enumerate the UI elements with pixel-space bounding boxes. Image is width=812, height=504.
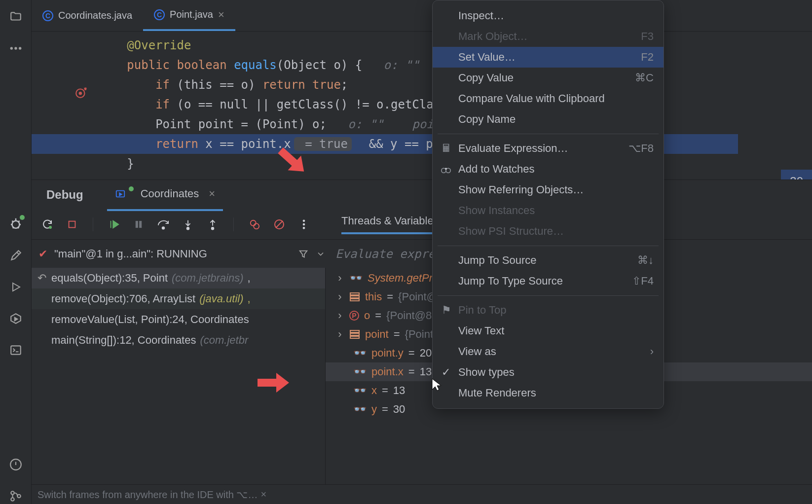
tab-coordinates[interactable]: C Coordinates.java [32, 0, 143, 31]
menu-jump-to-type-source[interactable]: Jump To Type Source⇧F4 [433, 271, 664, 291]
build-icon[interactable] [8, 248, 24, 263]
stack-frame[interactable]: removeValue(List, Point):24, Coordinates [32, 309, 325, 330]
status-text: Switch frames from anywhere in the IDE w… [37, 489, 258, 501]
stack-frame[interactable]: main(String[]):12, Coordinates (com.jetb… [32, 330, 325, 351]
debug-tool-icon[interactable] [8, 216, 24, 232]
menu-show-instances: Show Instances [433, 200, 664, 221]
menu-show-referring[interactable]: Show Referring Objects… [433, 180, 664, 200]
menu-evaluate-expression[interactable]: 🖩Evaluate Expression…⌥F8 [433, 138, 664, 159]
back-icon: ↶ [37, 272, 46, 285]
line-number-badge: 30 [781, 170, 812, 180]
chevron-right-icon: › [335, 290, 344, 303]
watch-icon: 👓 [353, 403, 367, 416]
svg-point-20 [254, 223, 259, 229]
stop-icon[interactable] [65, 217, 79, 231]
run-config-icon [115, 188, 126, 199]
debug-tab[interactable]: Debug [38, 185, 91, 205]
svg-rect-29 [350, 333, 359, 335]
mouse-cursor-icon [431, 378, 442, 392]
menu-mark-object: Mark Object…F3 [433, 26, 664, 47]
watch-icon: 👓 [353, 384, 367, 397]
stack-frame[interactable]: remove(Object):706, ArrayList (java.util… [32, 288, 325, 309]
code-annotation: @Override [127, 38, 191, 52]
check-icon: ✓ [442, 366, 450, 379]
more-actions-icon[interactable] [297, 217, 311, 231]
project-icon[interactable] [8, 9, 24, 25]
status-bar: Switch frames from anywhere in the IDE w… [32, 484, 812, 504]
step-out-icon[interactable] [206, 217, 220, 231]
run-tool-icon[interactable] [8, 279, 24, 295]
svg-rect-25 [350, 293, 359, 295]
tab-label: Point.java [170, 9, 213, 20]
stack-frame[interactable]: ↶ equals(Object):35, Point (com.jetbrain… [32, 268, 325, 288]
watch-icon: 👓 [353, 347, 367, 360]
inline-value: = true [294, 137, 352, 151]
filter-icon[interactable] [298, 249, 309, 259]
menu-view-text[interactable]: View Text [433, 321, 664, 341]
debug-tab-label: Debug [46, 188, 83, 202]
svg-rect-30 [350, 336, 359, 338]
more-icon[interactable] [8, 40, 24, 56]
svg-point-7 [11, 498, 14, 501]
close-icon[interactable]: × [209, 187, 215, 200]
class-icon: C [154, 9, 165, 20]
menu-mute-renderers[interactable]: Mute Renderers [433, 383, 664, 403]
close-icon[interactable]: × [218, 8, 224, 21]
tab-point[interactable]: C Point.java × [143, 0, 235, 31]
param-icon: P [349, 311, 359, 321]
close-icon[interactable]: × [260, 489, 266, 500]
menu-inspect[interactable]: Inspect… [433, 5, 664, 26]
vcs-icon[interactable] [8, 488, 24, 504]
svg-point-17 [187, 227, 189, 230]
gutter-run-icon[interactable] [75, 86, 88, 99]
chevron-down-icon[interactable] [316, 249, 326, 259]
problems-icon[interactable] [8, 457, 24, 472]
threads-variables-tab[interactable]: Threads & Variables [341, 215, 439, 234]
pause-icon[interactable] [132, 217, 146, 231]
chevron-right-icon: › [650, 345, 654, 358]
svg-rect-26 [350, 296, 359, 298]
menu-set-value[interactable]: Set Value…F2 [433, 47, 664, 68]
rerun-icon[interactable] [40, 217, 54, 231]
view-breakpoints-icon[interactable] [248, 217, 261, 231]
chevron-right-icon: › [335, 328, 344, 341]
services-icon[interactable] [8, 311, 24, 326]
terminal-icon[interactable] [8, 342, 24, 358]
menu-show-types[interactable]: ✓Show types [433, 362, 664, 383]
menu-compare-clipboard[interactable]: Compare Value with Clipboard [433, 88, 664, 109]
menu-show-psi: Show PSI Structure… [433, 221, 664, 242]
left-tool-rail [0, 0, 32, 504]
menu-jump-to-source[interactable]: Jump To Source⌘↓ [433, 250, 664, 271]
watch-add-icon [441, 165, 452, 174]
menu-add-to-watches[interactable]: Add to Watches [433, 159, 664, 180]
svg-rect-13 [69, 221, 75, 228]
menu-separator [438, 295, 659, 296]
struct-icon [349, 329, 360, 340]
struct-icon [349, 291, 360, 302]
menu-separator [438, 134, 659, 134]
svg-rect-27 [350, 299, 359, 301]
debug-toolbar: Threads & Variables ●Co [32, 210, 812, 239]
svg-point-22 [303, 219, 305, 222]
debug-session-tab[interactable]: Coordinates × [107, 179, 223, 211]
menu-pin-to-top: ⚑Pin to Top [433, 300, 664, 321]
watch-icon: 👓 [349, 272, 363, 285]
menu-separator [438, 246, 659, 246]
svg-point-0 [10, 47, 12, 49]
tab-label: Coordinates.java [58, 10, 132, 21]
thread-selector[interactable]: "main"@1 in g...ain": RUNNING [54, 248, 207, 260]
step-into-icon[interactable] [181, 217, 195, 231]
chevron-right-icon: › [335, 309, 344, 322]
editor-tabs: C Coordinates.java C Point.java × [32, 0, 812, 32]
mute-breakpoints-icon[interactable] [272, 217, 286, 231]
svg-point-6 [11, 491, 14, 495]
context-menu: Inspect… Mark Object…F3 Set Value…F2 Cop… [432, 0, 664, 409]
svg-point-2 [18, 47, 21, 49]
menu-view-as[interactable]: View as› [433, 341, 664, 362]
step-over-icon[interactable] [156, 217, 170, 231]
editor[interactable]: @Override public boolean equals(Object o… [32, 32, 812, 180]
resume-icon[interactable] [107, 217, 121, 231]
svg-point-12 [49, 226, 52, 229]
menu-copy-value[interactable]: Copy Value⌘C [433, 68, 664, 88]
menu-copy-name[interactable]: Copy Name [433, 109, 664, 130]
